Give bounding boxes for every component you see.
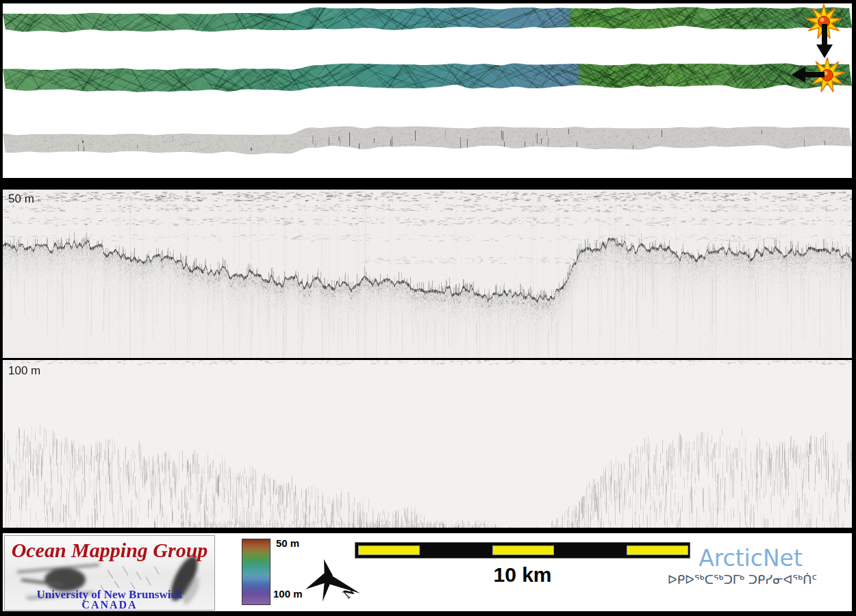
subbottom-profile-lower-canvas (3, 360, 852, 528)
ocean-mapping-group-logo: Ocean Mapping Group University of New Br… (4, 535, 215, 611)
omg-country: CANADA (5, 599, 214, 611)
arcticnet-logo: ArcticNet ᐅᑭᐅᖅᑕᖅᑐᒥᒃ ᑐᑭᓯᓂᐊᖅᑏᑦ (670, 547, 831, 587)
scale-bar-tick (492, 546, 554, 555)
colorbar-bottom-label: 100 m (273, 588, 303, 600)
sun-arrow-down-icon (801, 3, 845, 62)
subbottom-profile-lower-panel: 100 m (3, 360, 852, 528)
scale-bar (355, 542, 690, 559)
north-arrow-icon: N (301, 559, 363, 606)
arcticnet-inuktitut-text: ᐅᑭᐅᖅᑕᖅᑐᒥᒃ ᑐᑭᓯᓂᐊᖅᑏᑦ (662, 572, 823, 587)
swath-strips-canvas (3, 3, 852, 178)
colorbar-top-label: 50 m (276, 537, 299, 549)
swath-panel (3, 3, 852, 178)
upper-depth-label: 50 m (8, 192, 34, 206)
subbottom-profile-upper-panel: 50 m (3, 190, 852, 358)
scale-bar-label: 10 km (355, 563, 690, 587)
lower-depth-label: 100 m (8, 364, 40, 378)
subbottom-profile-upper-canvas (3, 190, 852, 358)
sun-arrow-left-icon (785, 55, 848, 97)
scale-bar-tick (358, 546, 420, 555)
legend-panel: Ocean Mapping Group University of New Br… (3, 533, 852, 611)
omg-title: Ocean Mapping Group (5, 539, 214, 562)
arcticnet-wordmark: ArcticNet (670, 547, 831, 570)
depth-colorbar (242, 539, 270, 605)
figure-page: 50 m 100 m (0, 0, 856, 616)
